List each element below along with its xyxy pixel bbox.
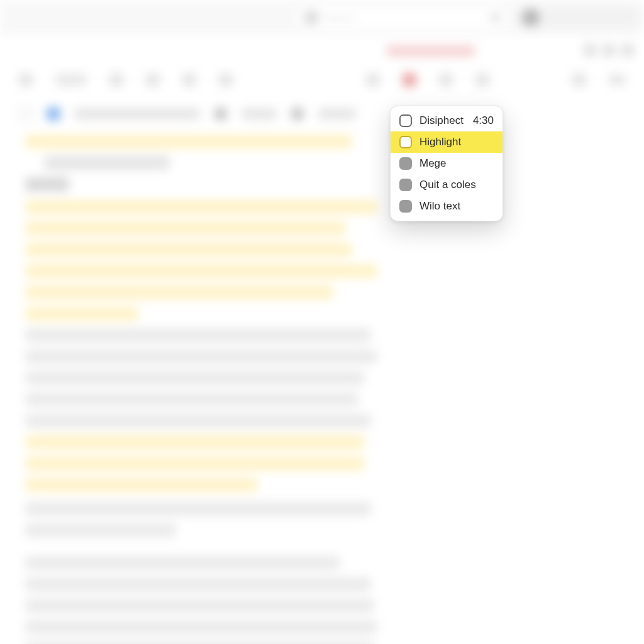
filter-checkbox-active[interactable] bbox=[47, 107, 60, 121]
tool-icon[interactable] bbox=[109, 73, 123, 87]
ctrl-icon[interactable] bbox=[621, 44, 634, 57]
doc-line bbox=[25, 641, 374, 644]
doc-line bbox=[25, 350, 377, 364]
ctrl-icon[interactable] bbox=[584, 44, 596, 57]
menu-item-label: Quit a coles bbox=[419, 179, 476, 191]
highlight-tool-icon[interactable] bbox=[402, 73, 416, 87]
page-controls bbox=[584, 44, 634, 57]
doc-line bbox=[25, 371, 365, 385]
tool-icon[interactable] bbox=[572, 73, 586, 87]
menu-item-label: Highlight bbox=[419, 136, 461, 148]
filter-label bbox=[242, 108, 277, 119]
search-icon bbox=[304, 11, 318, 25]
doc-line-highlighted bbox=[25, 457, 365, 470]
avatar bbox=[522, 9, 540, 26]
doc-line bbox=[25, 414, 371, 428]
doc-line bbox=[25, 502, 371, 516]
clear-search-icon[interactable] bbox=[491, 13, 501, 23]
menu-item-highlight[interactable]: Highlight bbox=[391, 131, 502, 153]
tool-icon[interactable] bbox=[219, 73, 233, 87]
top-bar: Search bbox=[0, 0, 644, 35]
tool-icon[interactable] bbox=[475, 73, 489, 87]
doc-line bbox=[25, 556, 340, 570]
menu-item-label: Mege bbox=[419, 157, 447, 170]
doc-line-highlighted bbox=[25, 478, 258, 492]
menu-item-mege[interactable]: Mege bbox=[391, 153, 502, 174]
menu-item-disiphect[interactable]: Disiphect 4:30 bbox=[391, 110, 502, 131]
doc-line bbox=[25, 328, 371, 342]
checkbox-icon[interactable] bbox=[399, 114, 412, 127]
tool-label bbox=[55, 74, 87, 86]
tool-icon[interactable] bbox=[19, 73, 33, 87]
context-menu[interactable]: Disiphect 4:30 Highlight Mege Quit a col… bbox=[390, 106, 503, 221]
tool-icon[interactable] bbox=[366, 73, 380, 87]
filter-label bbox=[74, 108, 200, 119]
doc-speaker-label bbox=[25, 177, 69, 191]
menu-item-quit-a-coles[interactable]: Quit a coles bbox=[391, 174, 502, 196]
blurred-background: Search bbox=[0, 0, 644, 644]
filter-dot-icon[interactable] bbox=[214, 107, 228, 121]
doc-line bbox=[25, 523, 176, 537]
document-body bbox=[25, 135, 384, 644]
filter-label bbox=[318, 108, 356, 119]
tool-icon[interactable] bbox=[182, 73, 196, 87]
sub-bar bbox=[0, 45, 644, 64]
doc-line-highlighted bbox=[25, 200, 377, 214]
tool-icon[interactable] bbox=[146, 73, 160, 87]
doc-line-highlighted bbox=[25, 243, 352, 257]
doc-line bbox=[25, 599, 374, 613]
doc-line bbox=[25, 392, 358, 406]
page-indicator bbox=[609, 74, 625, 86]
doc-line-highlighted bbox=[25, 435, 365, 449]
search-placeholder: Search bbox=[325, 13, 355, 23]
doc-line-highlighted bbox=[25, 221, 346, 235]
doc-line bbox=[44, 156, 170, 170]
toolbar bbox=[0, 65, 644, 94]
menu-item-label: Disiphect bbox=[419, 114, 464, 127]
warning-text bbox=[387, 45, 475, 57]
search-box[interactable]: Search bbox=[296, 6, 509, 29]
doc-line-highlighted bbox=[25, 286, 333, 299]
menu-item-label: Wilo text bbox=[419, 200, 460, 213]
doc-line bbox=[25, 620, 377, 634]
filter-checkbox[interactable] bbox=[19, 107, 33, 121]
doc-line-highlighted bbox=[25, 135, 352, 148]
doc-line-highlighted bbox=[25, 264, 377, 278]
account-pill[interactable] bbox=[516, 5, 641, 30]
checkbox-icon[interactable] bbox=[399, 157, 412, 170]
filter-dot-icon[interactable] bbox=[291, 107, 304, 121]
filter-row bbox=[0, 99, 644, 128]
menu-item-time: 4:30 bbox=[473, 114, 494, 127]
checkbox-icon[interactable] bbox=[399, 136, 412, 148]
doc-line bbox=[25, 577, 371, 591]
menu-item-wilo-text[interactable]: Wilo text bbox=[391, 196, 502, 217]
ctrl-icon[interactable] bbox=[602, 44, 615, 57]
checkbox-icon[interactable] bbox=[399, 179, 412, 191]
doc-line-highlighted bbox=[25, 307, 138, 321]
tool-icon[interactable] bbox=[439, 73, 453, 87]
checkbox-icon[interactable] bbox=[399, 200, 412, 213]
